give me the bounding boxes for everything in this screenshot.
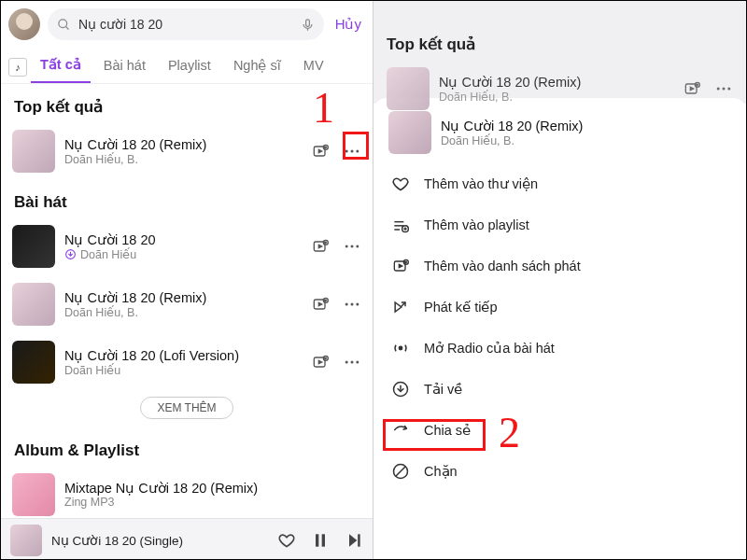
top-result-item[interactable]: Nụ Cười 18 20 (Remix) Doãn Hiếu, B. [1,122,373,180]
see-more-button[interactable]: XEM THÊM [140,397,233,419]
more-icon[interactable] [343,142,361,161]
add-to-queue-icon[interactable] [311,237,330,256]
song-meta: Nụ Cười 18 20 (Remix) Doãn Hiếu, B. [64,137,302,166]
section-songs-title: Bài hát [1,180,373,217]
right-top-area: Top kết quả Nụ Cười 18 20 (Remix) Doãn H… [374,1,746,104]
menu-add-queue[interactable]: Thêm vào danh sách phát [388,245,731,287]
like-icon[interactable] [277,531,296,550]
song-meta: Nụ Cười 18 20 Doãn Hiếu [64,232,302,261]
tab-mv[interactable]: MV [294,52,333,82]
avatar[interactable] [8,8,40,40]
svg-point-28 [356,303,359,306]
queue-add-icon [390,256,411,276]
menu-block[interactable]: Chặn [388,451,731,492]
svg-marker-5 [318,149,321,152]
menu-add-playlist[interactable]: Thêm vào playlist [388,204,731,245]
song-cover [12,283,55,326]
svg-point-27 [351,303,354,306]
song-title: Nụ Cười 18 20 (Remix) [441,119,731,133]
add-to-queue-icon[interactable] [683,79,701,98]
svg-marker-14 [318,245,321,247]
search-query-text: Nụ cười 18 20 [78,17,293,32]
search-icon [57,18,71,32]
more-icon[interactable] [343,237,361,256]
more-icon[interactable] [343,295,361,314]
more-icon[interactable] [343,353,361,371]
svg-point-61 [399,346,402,349]
add-to-queue-icon[interactable] [311,142,330,161]
play-next-icon [390,297,411,317]
tab-playlist[interactable]: Playlist [159,52,220,82]
svg-point-9 [345,150,348,153]
svg-point-26 [345,303,348,306]
download-icon [390,379,411,399]
svg-rect-40 [358,534,360,546]
album-cover [12,473,55,516]
song-artist: Doãn Hiếu, B. [64,152,302,166]
add-to-queue-icon[interactable] [311,295,330,314]
mic-icon[interactable] [301,18,315,32]
svg-point-36 [356,361,359,364]
top-result-item[interactable]: Nụ Cười 18 20 (Remix) Doãn Hiếu, B. [387,63,733,114]
menu-label: Chia sẻ [424,423,471,438]
svg-marker-39 [349,534,357,546]
section-albums-title: Album & Playlist [1,428,373,466]
svg-marker-22 [318,302,321,305]
radio-icon [390,338,411,358]
menu-add-library[interactable]: Thêm vào thư viện [388,163,731,204]
album-title: Mixtape Nụ Cười 18 20 (Remix) [64,481,361,496]
song-cover [388,111,431,154]
album-artist: Zing MP3 [64,496,361,509]
pause-icon[interactable] [311,531,330,550]
search-input[interactable]: Nụ cười 18 20 [48,8,324,40]
song-options-sheet-screen: Top kết quả Nụ Cười 18 20 (Remix) Doãn H… [374,1,746,560]
svg-point-35 [351,361,354,364]
svg-rect-2 [305,19,309,26]
cancel-button[interactable]: Hủy [331,16,365,33]
svg-point-20 [356,245,359,248]
song-item[interactable]: Nụ Cười 18 20 (Lofi Version) Doãn Hiếu [1,333,373,391]
row-actions [311,142,361,161]
svg-rect-37 [316,534,318,546]
menu-open-radio[interactable]: Mở Radio của bài hát [388,328,731,369]
block-icon [390,461,411,482]
heart-icon [390,174,411,194]
tab-artist[interactable]: Nghệ sĩ [224,52,290,82]
album-item[interactable]: Mixtape Nụ Cười 18 20 (Remix) Zing MP3 [1,466,373,524]
downloaded-icon [64,248,77,260]
svg-point-48 [727,88,730,91]
sheet-menu: Thêm vào thư viện Thêm vào playlist Thêm… [374,160,746,496]
more-icon[interactable] [714,79,733,98]
tab-songs[interactable]: Bài hát [94,52,155,82]
search-bar-row: Nụ cười 18 20 Hủy [1,1,373,46]
top-results-heading: Top kết quả [387,35,733,54]
menu-label: Mở Radio của bài hát [424,341,555,356]
result-tabs: ♪ Tất cả Bài hát Playlist Nghệ sĩ MV [1,46,373,84]
song-artist: Doãn Hiếu, B. [439,90,673,104]
svg-point-47 [723,88,726,91]
svg-line-1 [65,26,68,29]
song-title: Nụ Cười 18 20 (Remix) [439,75,673,90]
song-artist: Doãn Hiếu [64,247,302,261]
menu-download[interactable]: Tải về [388,369,731,410]
tab-all[interactable]: Tất cả [31,51,91,83]
now-playing-title: Nụ Cười 18 20 (Single) [51,533,268,548]
now-playing-bar[interactable]: Nụ Cười 18 20 (Single) [1,518,373,560]
svg-marker-56 [399,264,402,267]
song-cover [12,341,55,384]
menu-label: Thêm vào playlist [424,217,529,232]
song-item[interactable]: Nụ Cười 18 20 (Remix) Doãn Hiếu, B. [1,275,373,333]
song-artist: Doãn Hiếu, B. [64,305,302,319]
song-item[interactable]: Nụ Cười 18 20 Doãn Hiếu [1,217,373,275]
svg-marker-60 [395,302,402,312]
next-icon[interactable] [345,531,363,550]
menu-share[interactable]: Chia sẻ [388,410,731,451]
tiktok-icon[interactable]: ♪ [8,58,27,77]
svg-point-46 [717,88,720,91]
svg-line-64 [396,467,405,476]
svg-marker-30 [318,360,321,363]
add-to-queue-icon[interactable] [311,353,330,371]
song-cover [12,130,55,173]
playlist-add-icon [390,215,411,235]
menu-play-next[interactable]: Phát kế tiếp [388,287,731,328]
